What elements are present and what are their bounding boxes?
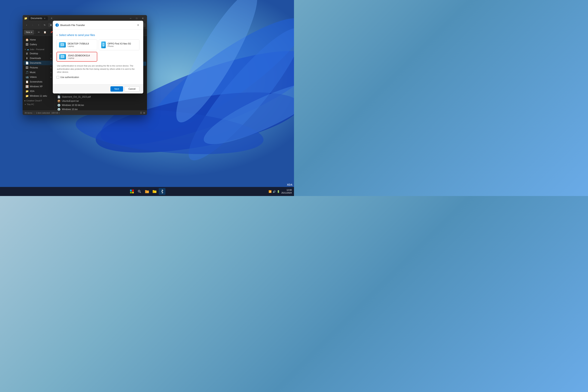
bt-auth-checkbox-label: Use authentication: [60, 76, 79, 78]
svg-rect-12: [103, 43, 104, 46]
svg-rect-9: [61, 44, 64, 46]
bt-device-info-desktop7v5: DESKTOP-7V5BUL9 Laptop: [68, 42, 95, 47]
volume-icon: 🔊: [273, 190, 276, 193]
bt-device-info-oppo: OPPO Find X3 Neo 5G Phone: [108, 42, 137, 47]
bt-device-type-desktop7v5: Laptop: [68, 45, 95, 47]
bt-devices-grid: DESKTOP-7V5BUL9 Laptop OPPO Find: [56, 40, 140, 62]
svg-rect-20: [132, 192, 134, 193]
bt-nav: ‹ Select where to send your files: [56, 33, 140, 37]
svg-rect-17: [130, 190, 132, 191]
bt-dialog-close-button[interactable]: ✕: [136, 22, 140, 28]
bluetooth-dialog: Bluetooth File Transfer ✕ ‹ Select where…: [53, 21, 143, 94]
bt-device-name-desktop7v5: DESKTOP-7V5BUL9: [68, 42, 95, 45]
bt-next-button[interactable]: Next: [110, 86, 123, 92]
svg-rect-19: [130, 192, 132, 193]
bt-device-info-zenbooks: JOAO-ZENBOOKS14 Laptop: [68, 54, 94, 59]
taskbar-bluetooth-button[interactable]: [159, 188, 166, 195]
bt-title-text: Bluetooth File Transfer: [60, 24, 85, 26]
taskbar-search-button[interactable]: [136, 188, 143, 195]
svg-rect-24: [145, 190, 146, 193]
bt-dialog-titlebar: Bluetooth File Transfer ✕: [53, 21, 143, 30]
battery-icon: 🔋: [277, 190, 280, 193]
taskbar-center: [128, 188, 166, 195]
bt-device-name-oppo: OPPO Find X3 Neo 5G: [108, 42, 137, 45]
bt-device-name-zenbooks: JOAO-ZENBOOKS14: [68, 54, 94, 57]
bt-checkbox-row: Use authentication: [56, 76, 140, 78]
taskbar-time-display: 12:00: [281, 189, 292, 192]
laptop-icon-zenbooks: [59, 54, 66, 59]
svg-point-21: [138, 190, 140, 192]
phone-icon-oppo: [101, 42, 106, 48]
bluetooth-icon: [56, 23, 59, 27]
bt-auth-checkbox[interactable]: [56, 76, 59, 78]
taskbar-right: 📶 🔊 🔋 12:00 25/11/2024: [268, 189, 292, 194]
bt-device-joao-zenbooks[interactable]: JOAO-ZENBOOKS14 Laptop: [56, 52, 97, 62]
bt-heading: Select where to send your files: [59, 34, 95, 36]
svg-rect-25: [145, 190, 146, 191]
bt-device-type-zenbooks: Laptop: [68, 57, 94, 59]
bt-auth-note: Use authentication to ensure that you ar…: [56, 64, 140, 74]
taskbar: 📶 🔊 🔋 12:00 25/11/2024: [0, 187, 294, 196]
svg-rect-10: [60, 46, 64, 46]
bt-cancel-button[interactable]: Cancel: [124, 86, 140, 92]
taskbar-start-button[interactable]: [128, 188, 135, 195]
taskbar-sys-icons: 📶 🔊 🔋: [268, 190, 280, 193]
svg-rect-15: [61, 56, 64, 57]
taskbar-datetime[interactable]: 12:00 25/11/2024: [281, 189, 292, 194]
svg-rect-18: [132, 190, 134, 191]
taskbar-folder-button[interactable]: [151, 188, 158, 195]
network-icon: 📶: [268, 190, 272, 193]
bt-dialog-footer: Next Cancel: [53, 84, 143, 94]
svg-point-13: [103, 46, 104, 46]
bt-back-button[interactable]: ‹: [56, 33, 58, 37]
bt-device-type-oppo: Phone: [108, 45, 137, 47]
taskbar-file-explorer-button[interactable]: [144, 188, 150, 195]
svg-rect-28: [153, 190, 154, 191]
bt-device-oppo[interactable]: OPPO Find X3 Neo 5G Phone: [99, 40, 140, 50]
svg-rect-16: [60, 58, 65, 58]
bt-dialog-title: Bluetooth File Transfer: [56, 23, 85, 27]
dialog-overlay: Bluetooth File Transfer ✕ ‹ Select where…: [0, 0, 294, 196]
taskbar-date-display: 25/11/2024: [281, 192, 292, 194]
bt-dialog-body: ‹ Select where to send your files DE: [53, 30, 143, 84]
laptop-icon-desktop7v5: [59, 42, 66, 48]
bt-device-desktop7v5[interactable]: DESKTOP-7V5BUL9 Laptop: [56, 40, 97, 50]
svg-line-22: [140, 192, 141, 193]
